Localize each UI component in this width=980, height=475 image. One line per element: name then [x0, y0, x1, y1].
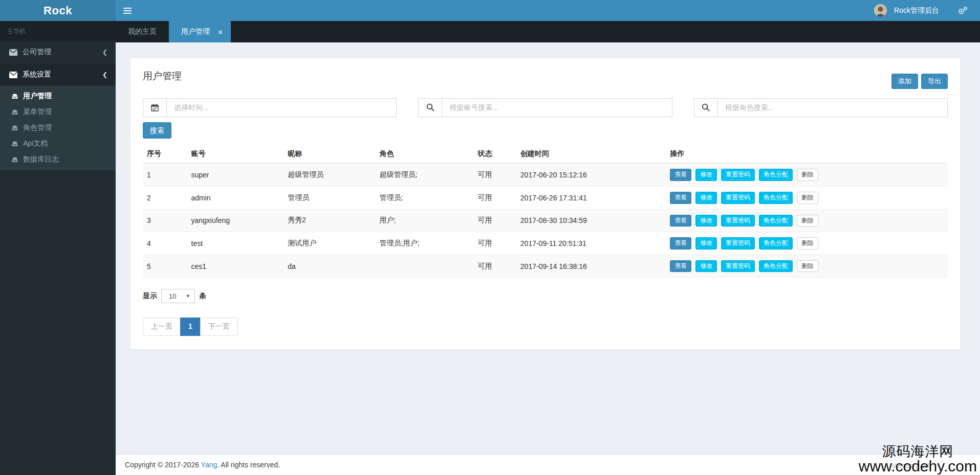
- action-view-button[interactable]: 查看: [670, 215, 691, 227]
- hamburger-menu-icon[interactable]: [116, 0, 139, 21]
- account-search-group: [418, 98, 672, 117]
- footer: Copyright © 2017-2026 Yang. All rights r…: [116, 454, 980, 475]
- cell-actions: 查看 修改 重置密码 角色分配 删除: [666, 186, 948, 209]
- action-edit-button[interactable]: 修改: [695, 260, 717, 273]
- pagination-next[interactable]: 下一页: [200, 318, 238, 336]
- main-column: 我的主页 用户管理 × 用户管理 添加 导出: [116, 21, 980, 475]
- sidebar-submenu-item[interactable]: 用户管理: [0, 88, 116, 104]
- action-assign-role-button[interactable]: 角色分配: [759, 192, 793, 204]
- tab-close-icon[interactable]: ×: [218, 28, 223, 36]
- cell-role: [376, 255, 474, 278]
- action-view-button[interactable]: 查看: [670, 192, 691, 204]
- action-reset-password-button[interactable]: 重置密码: [721, 237, 755, 250]
- action-reset-password-button[interactable]: 重置密码: [721, 215, 755, 227]
- search-icon: [419, 99, 442, 117]
- action-reset-password-button[interactable]: 重置密码: [721, 260, 755, 273]
- cell-status: 可用: [473, 164, 516, 187]
- pagination: 上一页 1 下一页: [143, 318, 948, 336]
- cell-status: 可用: [473, 255, 516, 278]
- action-view-button[interactable]: 查看: [670, 169, 691, 181]
- cell-role: 管理员;用户;: [376, 232, 474, 255]
- cell-nickname: da: [284, 255, 375, 278]
- copyright-author-link[interactable]: Yang: [201, 461, 217, 469]
- cell-no: 3: [143, 209, 187, 232]
- col-header-no: 序号: [143, 145, 187, 164]
- action-view-button[interactable]: 查看: [670, 260, 691, 273]
- col-header-account: 账号: [187, 145, 284, 164]
- page-title: 用户管理: [143, 69, 182, 83]
- add-button[interactable]: 添加: [891, 74, 918, 89]
- users-table-body: 1 super 超级管理员 超级管理员; 可用 2017-06-20 15:12…: [143, 164, 948, 278]
- chevron-left-icon: ❮: [102, 49, 107, 56]
- sidebar-submenu-label: 菜单管理: [23, 107, 52, 117]
- search-icon: [694, 99, 718, 117]
- cell-nickname: 秀秀2: [284, 209, 375, 232]
- sidebar-submenu-item[interactable]: 数据库日志: [0, 151, 116, 167]
- action-reset-password-button[interactable]: 重置密码: [721, 192, 755, 204]
- action-delete-button[interactable]: 删除: [797, 215, 818, 227]
- cell-account: ces1: [187, 255, 284, 278]
- tab-users[interactable]: 用户管理 ×: [169, 21, 231, 42]
- page-size-row: 显示 10 ▼ 条: [143, 289, 948, 303]
- action-delete-button[interactable]: 删除: [797, 260, 818, 273]
- top-navbar: Rock Rock管理后台: [0, 0, 980, 21]
- action-view-button[interactable]: 查看: [670, 237, 691, 250]
- action-edit-button[interactable]: 修改: [695, 215, 717, 227]
- role-search-input[interactable]: [718, 99, 947, 117]
- action-edit-button[interactable]: 修改: [695, 237, 717, 250]
- action-assign-role-button[interactable]: 角色分配: [759, 237, 793, 250]
- gears-icon[interactable]: [957, 6, 968, 15]
- search-button[interactable]: 搜索: [143, 122, 171, 139]
- sidebar-item-label: 公司管理: [23, 48, 102, 57]
- cell-actions: 查看 修改 重置密码 角色分配 删除: [666, 164, 948, 187]
- date-input[interactable]: [167, 99, 396, 117]
- table-row: 5 ces1 da 可用 2017-09-14 16:38:16 查看 修改 重…: [143, 255, 948, 278]
- pagination-page-1[interactable]: 1: [180, 318, 201, 336]
- caret-down-icon: ▼: [186, 293, 190, 299]
- tab-home[interactable]: 我的主页: [116, 21, 169, 42]
- action-assign-role-button[interactable]: 角色分配: [759, 215, 793, 227]
- app-logo[interactable]: Rock: [0, 0, 116, 21]
- cell-created: 2017-06-26 17:31:41: [516, 186, 666, 209]
- content-area: 用户管理 添加 导出: [116, 42, 980, 454]
- cell-status: 可用: [473, 209, 516, 232]
- action-reset-password-button[interactable]: 重置密码: [721, 169, 755, 181]
- pagination-prev[interactable]: 上一页: [143, 318, 181, 336]
- cell-account: super: [187, 164, 284, 187]
- chevron-left-icon: ❮: [102, 71, 107, 78]
- page-size-select[interactable]: 10 ▼: [161, 289, 195, 303]
- action-assign-role-button[interactable]: 角色分配: [759, 169, 793, 181]
- user-avatar[interactable]: [874, 4, 887, 17]
- export-button[interactable]: 导出: [921, 74, 948, 89]
- sidebar-item-system[interactable]: 系统设置 ❮: [0, 63, 116, 86]
- action-edit-button[interactable]: 修改: [695, 192, 717, 204]
- cell-nickname: 管理员: [284, 186, 375, 209]
- page-size-value: 10: [169, 292, 176, 300]
- col-header-created: 创建时间: [516, 145, 666, 164]
- cell-status: 可用: [473, 232, 516, 255]
- user-name[interactable]: Rock管理后台: [894, 6, 939, 15]
- action-delete-button[interactable]: 删除: [797, 192, 818, 204]
- action-delete-button[interactable]: 删除: [797, 237, 818, 250]
- sidebar-submenu-item[interactable]: 角色管理: [0, 120, 116, 135]
- header-buttons: 添加 导出: [891, 74, 948, 89]
- sidebar-submenu-item[interactable]: 菜单管理: [0, 104, 116, 120]
- account-search-input[interactable]: [442, 99, 671, 117]
- action-assign-role-button[interactable]: 角色分配: [759, 260, 793, 273]
- cell-created: 2017-09-14 16:38:16: [516, 255, 666, 278]
- inbox-icon: [11, 93, 18, 99]
- navbar-right: Rock管理后台: [874, 0, 980, 21]
- date-input-group: [143, 98, 397, 117]
- tab-bar: 我的主页 用户管理 ×: [116, 21, 980, 42]
- sidebar-submenu-label: 用户管理: [23, 92, 52, 101]
- table-row: 1 super 超级管理员 超级管理员; 可用 2017-06-20 15:12…: [143, 164, 948, 187]
- cell-nickname: 测试用户: [284, 232, 375, 255]
- cell-created: 2017-09-11 20:51:31: [516, 232, 666, 255]
- version-text: Version 2.3.6: [892, 462, 931, 469]
- sidebar-item-company[interactable]: 公司管理 ❮: [0, 41, 116, 63]
- col-header-status: 状态: [473, 145, 516, 164]
- action-edit-button[interactable]: 修改: [695, 169, 717, 181]
- action-delete-button[interactable]: 删除: [797, 169, 818, 181]
- sidebar-submenu-item[interactable]: Api文档: [0, 135, 116, 151]
- sidebar-submenu-label: 数据库日志: [23, 155, 59, 164]
